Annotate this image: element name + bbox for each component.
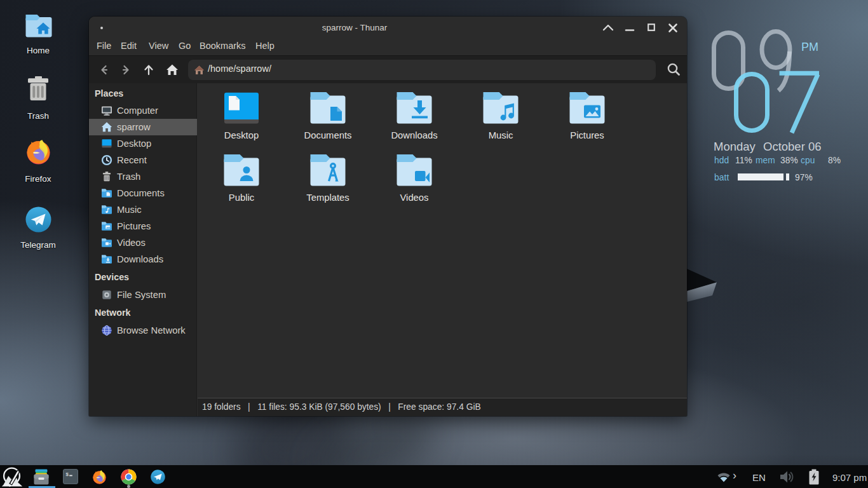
svg-text:$: $ [65,471,69,477]
